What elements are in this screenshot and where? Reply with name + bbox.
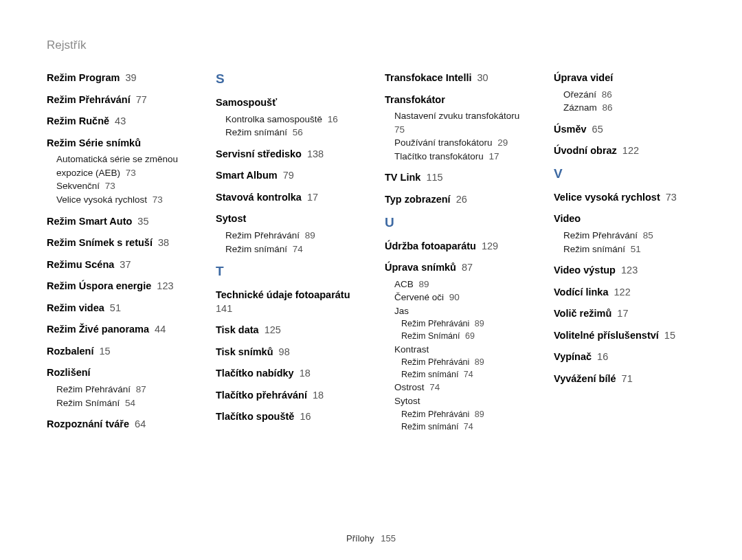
section-letter: S: [216, 71, 357, 87]
index-entry[interactable]: Stavová kontrolka 17: [216, 191, 357, 205]
index-subentries: Automatická série se změnou expozice (AE…: [56, 153, 188, 206]
index-entry-title: Video: [554, 212, 695, 226]
index-entry-title: Samospoušť: [216, 96, 357, 110]
index-entry-title: Vodící linka 122: [554, 286, 695, 300]
index-entry[interactable]: Režim videa 51: [47, 302, 188, 315]
page-ref: 73: [150, 194, 163, 205]
index-entry-title: Technické údaje fotoaparátu 141: [216, 289, 357, 315]
index-entry[interactable]: Tisk snímků 98: [216, 346, 357, 359]
index-entry-title: Rozpoznání tváře 64: [47, 418, 188, 432]
index-entry[interactable]: RozlišeníRežim Přehrávání 87Režim Snímán…: [47, 366, 188, 410]
index-subentry[interactable]: Režim Snímání 54: [56, 396, 188, 410]
index-subentry[interactable]: Kontrolka samospouště 16: [225, 113, 357, 126]
index-entry[interactable]: Režim Živé panorama 44: [47, 323, 188, 337]
index-entry[interactable]: Vypínač 16: [554, 350, 695, 364]
index-entry[interactable]: Režimu Scéna 37: [47, 258, 188, 272]
index-entry[interactable]: SytostRežim Přehrávání 89Režim snímání 7…: [216, 212, 357, 256]
index-subentry[interactable]: Používání transfokátoru 29: [394, 136, 526, 150]
index-subentry[interactable]: Režim snímání 74: [401, 421, 526, 433]
index-entry-title: TV Link 115: [385, 171, 526, 185]
index-entry[interactable]: Úvodní obraz 122: [554, 144, 695, 158]
index-entry[interactable]: Režim Program 39: [47, 71, 188, 85]
index-entry[interactable]: Typ zobrazení 26: [385, 193, 526, 207]
index-subentry[interactable]: Režim Přehráváni 89: [401, 317, 526, 330]
index-entry[interactable]: TV Link 115: [385, 171, 526, 185]
index-entry[interactable]: Režim Ručně 43: [47, 115, 188, 128]
index-subentry[interactable]: Sekvenční 73: [56, 179, 188, 193]
page-ref: 73: [102, 181, 115, 191]
index-entry[interactable]: Režim Přehrávání 77: [47, 93, 188, 107]
index-entry-title: Volitelné příslušenství 15: [554, 329, 695, 343]
index-subentry[interactable]: Režim Snímání 69: [401, 330, 526, 342]
page-ref: 69: [462, 331, 474, 341]
index-subentry[interactable]: Ostrost 74: [394, 381, 526, 394]
index-subentry[interactable]: Kontrast: [394, 343, 526, 357]
index-subentry[interactable]: Tlačítko transfokátoru 17: [394, 150, 526, 164]
page-ref: 123: [618, 265, 638, 276]
index-subentry[interactable]: Nastavení zvuku transfokátoru 75: [394, 109, 526, 136]
index-subentry[interactable]: Režim Přehrávání 87: [56, 383, 188, 396]
index-entry[interactable]: Volič režimů 17: [554, 307, 695, 321]
index-entry[interactable]: VideoRežim Přehrávání 85Režim snímání 51: [554, 212, 695, 256]
index-entry-title: Volič režimů 17: [554, 307, 695, 321]
index-entry[interactable]: SamospoušťKontrolka samospouště 16Režim …: [216, 96, 357, 139]
index-entry[interactable]: Režim Snímek s retuší 38: [47, 236, 188, 250]
index-subentry[interactable]: Automatická série se změnou expozice (AE…: [56, 153, 188, 179]
index-entry[interactable]: Servisní středisko 138: [216, 148, 357, 161]
index-entry[interactable]: Údržba fotoaparátu 129: [385, 240, 526, 254]
index-entry[interactable]: Transfokace Intelli 30: [385, 71, 526, 85]
index-entry-title: Úprava snímků 87: [385, 261, 526, 275]
index-entry[interactable]: Tlačítko spouště 16: [216, 410, 357, 424]
page-ref: 17: [614, 308, 628, 319]
index-subentry[interactable]: Režim Přehráváni 89: [401, 356, 526, 368]
index-entry-title: Tisk snímků 98: [216, 346, 357, 359]
page-ref: 17: [486, 151, 499, 161]
index-entry[interactable]: TransfokátorNastavení zvuku transfokátor…: [385, 93, 526, 164]
index-entry-title: Tlačítko spouště 16: [216, 410, 357, 424]
index-subentry[interactable]: Režim Přehrávání 85: [563, 229, 695, 243]
index-subentry[interactable]: Režim Přehrávání 89: [225, 229, 357, 243]
page-ref: 43: [112, 115, 126, 126]
index-entry[interactable]: Úprava snímků 87ACB 89Červené oči 90JasR…: [385, 261, 526, 433]
page-footer: Přílohy 155: [0, 533, 742, 544]
page-ref: 54: [122, 398, 135, 408]
index-entry[interactable]: Smart Album 79: [216, 169, 357, 183]
index-subentry[interactable]: Režim snímání 74: [225, 243, 357, 256]
index-subentry[interactable]: Režim Přehráváni 89: [401, 408, 526, 421]
index-entry[interactable]: Vodící linka 122: [554, 286, 695, 300]
page-ref: 71: [619, 373, 633, 384]
index-entry[interactable]: Rozbalení 15: [47, 345, 188, 359]
index-entry[interactable]: Režim Úspora energie 123: [47, 280, 188, 293]
index-entry[interactable]: Režim Série snímkůAutomatická série se z…: [47, 137, 188, 207]
index-subentry[interactable]: Režim snímání 56: [225, 126, 357, 139]
index-entry[interactable]: Režim Smart Auto 35: [47, 215, 188, 229]
index-entry[interactable]: Technické údaje fotoaparátu 141: [216, 289, 357, 315]
index-subentry[interactable]: ACB 89: [394, 278, 526, 291]
index-entry[interactable]: Rozpoznání tváře 64: [47, 418, 188, 432]
index-entry-title: Úvodní obraz 122: [554, 144, 695, 158]
index-subentry[interactable]: Režim snímání 51: [563, 243, 695, 256]
index-subentry[interactable]: Sytost: [394, 394, 526, 408]
index-subentry[interactable]: Záznam 86: [563, 101, 695, 115]
index-entry-title: Servisní středisko 138: [216, 148, 357, 161]
index-subentry[interactable]: Režim snímání 74: [401, 368, 526, 381]
index-entry-title: Typ zobrazení 26: [385, 193, 526, 207]
index-entry[interactable]: Úsměv 65: [554, 123, 695, 137]
index-entry[interactable]: Vyvážení bílé 71: [554, 372, 695, 386]
page-ref: 17: [304, 192, 318, 203]
index-entry-title: Režim Přehrávání 77: [47, 93, 188, 107]
index-subentry[interactable]: Jas: [394, 304, 526, 318]
section-letter: U: [385, 215, 526, 230]
index-entry[interactable]: Video výstup 123: [554, 264, 695, 278]
index-entry[interactable]: Tlačítko nabídky 18: [216, 367, 357, 381]
page-ref: 89: [472, 319, 484, 328]
index-entry[interactable]: Volitelné příslušenství 15: [554, 329, 695, 343]
index-subentry[interactable]: Velice vysoká rychlost 73: [56, 193, 188, 207]
index-subentry[interactable]: Ořezání 86: [563, 88, 695, 102]
index-entry[interactable]: Úprava videíOřezání 86Záznam 86: [554, 71, 695, 115]
index-entry[interactable]: Tlačítko přehrávání 18: [216, 389, 357, 403]
page-ref: 87: [133, 384, 146, 394]
index-entry[interactable]: Tisk data 125: [216, 324, 357, 337]
index-subentry[interactable]: Červené oči 90: [394, 291, 526, 304]
index-entry[interactable]: Velice vysoká rychlost 73: [554, 191, 695, 205]
